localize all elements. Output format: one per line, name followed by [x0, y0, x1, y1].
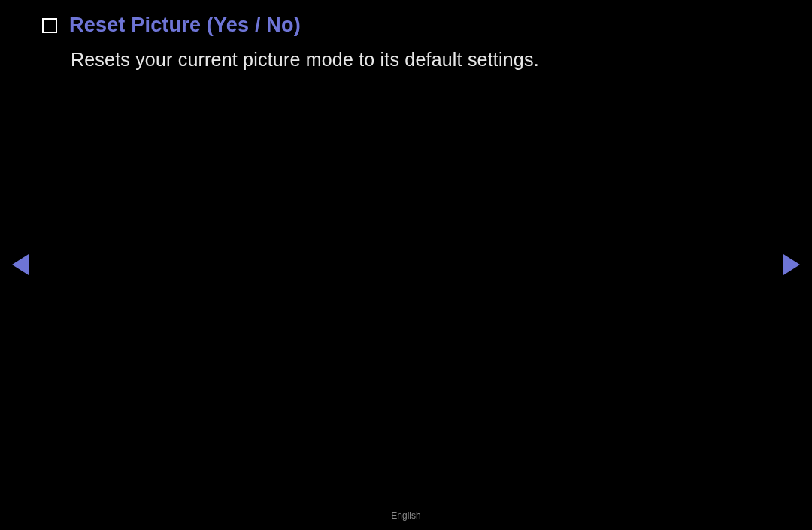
svg-marker-1: [783, 254, 800, 275]
nav-next-button[interactable]: [783, 254, 800, 275]
content-area: Reset Picture (Yes / No) Resets your cur…: [0, 0, 812, 71]
heading-row: Reset Picture (Yes / No): [42, 14, 770, 37]
footer-language-label: English: [0, 510, 812, 521]
arrow-left-icon: [12, 254, 29, 275]
section-description: Resets your current picture mode to its …: [71, 49, 770, 71]
svg-marker-0: [12, 254, 29, 275]
bullet-square-icon: [42, 18, 57, 33]
arrow-right-icon: [783, 254, 800, 275]
section-heading: Reset Picture (Yes / No): [69, 14, 301, 37]
nav-previous-button[interactable]: [12, 254, 29, 275]
